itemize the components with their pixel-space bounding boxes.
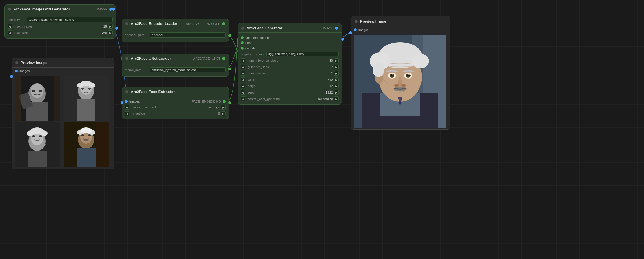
num-inference-steps-value: 30	[321, 59, 333, 62]
preview-large-images-label: images	[358, 28, 368, 32]
height-label: height	[248, 84, 320, 88]
generator-title: Arc2Face Generator	[247, 26, 282, 30]
num-inference-steps-increment[interactable]: ▶	[334, 58, 339, 63]
svg-point-52	[373, 63, 384, 77]
unet-port-label: ARC2FACE_UNET	[193, 57, 220, 60]
svg-point-25	[39, 135, 42, 137]
face-embedding-port-row: face_embedding	[238, 35, 342, 40]
generator-dot	[241, 27, 244, 30]
directory-row: directory C:\Users\Caleb\Downloads\einst	[5, 16, 116, 23]
directory-label: directory	[8, 18, 25, 21]
n-outliers-label: n_outliers	[132, 112, 207, 115]
n-outliers-row: ◀ n_outliers 0 ▶	[122, 110, 229, 117]
face-extractor-dot	[125, 90, 128, 93]
unet-loader-header: Arc2Face UNet Loader ARC2FACE_UNET	[122, 54, 229, 63]
height-increment[interactable]: ▶	[334, 84, 339, 88]
preview-image-small-node: Preview Image images	[12, 58, 114, 169]
face-extractor-title: Arc2Face Face Extractor	[131, 90, 175, 94]
seed-decrement[interactable]: ◀	[241, 90, 245, 95]
num-inference-steps-decrement[interactable]: ◀	[241, 58, 245, 63]
control-after-generate-increment[interactable]: ▶	[334, 96, 339, 101]
face-embedding-dot	[223, 100, 226, 103]
max-images-increment[interactable]: ▶	[108, 24, 113, 29]
preview-small-images-dot	[15, 70, 18, 72]
width-label: width	[248, 78, 320, 81]
svg-point-5	[32, 90, 35, 92]
guidance-scale-increment[interactable]: ▶	[334, 65, 339, 69]
num-images-decrement[interactable]: ◀	[241, 71, 245, 76]
preview-large-image	[354, 35, 446, 128]
svg-point-36	[88, 134, 91, 136]
max-images-row: ◀ max_images 16 ▶	[5, 23, 116, 30]
svg-rect-38	[77, 148, 96, 167]
encoder-loader-node: Arc2Face Encoder Loader ARC2FACE_ENCODER…	[122, 19, 229, 42]
seed-increment[interactable]: ▶	[334, 90, 339, 95]
svg-point-62	[401, 84, 406, 87]
height-row: ◀ height 512 ▶	[238, 83, 342, 89]
svg-rect-12	[77, 99, 95, 121]
model-path-row: model_path diffusion_pytorch_model.safet…	[122, 65, 229, 74]
encoder-loader-body: encoder_path encoder	[122, 28, 229, 42]
svg-point-61	[394, 84, 399, 87]
max-size-increment[interactable]: ▶	[108, 30, 113, 35]
negative-prompt-input[interactable]: ugly, deformed, noisy, blurry,	[266, 52, 339, 56]
face-extractor-images-connector	[121, 101, 123, 104]
width-decrement[interactable]: ◀	[241, 77, 245, 82]
node-status-dot	[8, 8, 11, 11]
height-value: 512	[321, 84, 333, 88]
svg-point-24	[32, 135, 35, 137]
image-port-dot	[109, 8, 112, 11]
generator-output-connector	[341, 38, 344, 41]
directory-input[interactable]: C:\Users\Caleb\Downloads\einst	[27, 17, 113, 22]
face-extractor-images-row: images FACE_EMBEDDING	[122, 99, 229, 104]
encoder-path-value[interactable]: encoder	[150, 32, 226, 38]
preview-small-status-dot	[15, 61, 18, 64]
num-inference-steps-row: ◀ num_inference_steps 30 ▶	[238, 57, 342, 64]
preview-large-status-dot	[355, 20, 358, 23]
max-images-decrement[interactable]: ◀	[8, 24, 12, 29]
svg-point-6	[39, 90, 42, 92]
grid-image-4	[64, 122, 109, 167]
encoder-input-label: encoder	[245, 46, 257, 50]
unet-port-dot	[222, 57, 225, 60]
seed-value: 1722	[321, 91, 333, 94]
preview-large-images-connector	[349, 31, 352, 34]
image-grid-output-connector	[115, 27, 118, 30]
width-row: ◀ width 512 ▶	[238, 76, 342, 83]
max-size-row: ◀ max_size 768 ▶	[5, 30, 116, 36]
svg-point-37	[83, 139, 89, 141]
guidance-scale-value: 2.7	[321, 65, 333, 69]
control-after-generate-decrement[interactable]: ◀	[241, 96, 245, 101]
face-extractor-images-dot	[125, 100, 128, 103]
guidance-scale-decrement[interactable]: ◀	[241, 65, 245, 69]
average-method-increment[interactable]: ▶	[221, 105, 226, 110]
guidance-scale-label: guidance_scale	[248, 65, 320, 69]
num-images-increment[interactable]: ▶	[334, 71, 339, 76]
svg-point-17	[88, 88, 91, 90]
face-extractor-images-label: images	[129, 100, 140, 103]
width-value: 512	[321, 78, 333, 81]
max-images-label: max_images	[14, 25, 94, 28]
width-increment[interactable]: ▶	[334, 77, 339, 82]
max-size-value: 768	[95, 31, 107, 34]
model-path-value[interactable]: diffusion_pytorch_model.safete	[150, 67, 226, 72]
svg-rect-26	[28, 151, 47, 167]
unet-port-row: unet	[238, 40, 342, 45]
control-after-generate-row: ◀ control_after_generate randomize ▶	[238, 96, 342, 102]
max-images-value: 16	[95, 25, 107, 28]
height-decrement[interactable]: ◀	[241, 84, 245, 88]
n-outliers-increment[interactable]: ▶	[221, 111, 226, 116]
preview-small-header: Preview Image	[12, 58, 114, 68]
average-method-value: average	[208, 105, 220, 109]
unet-loader-dot	[125, 57, 128, 60]
face-extractor-node: Arc2Face Face Extractor images FACE_EMBE…	[122, 87, 229, 119]
n-outliers-decrement[interactable]: ◀	[125, 111, 129, 116]
average-method-decrement[interactable]: ◀	[125, 105, 129, 110]
max-size-decrement[interactable]: ◀	[8, 30, 12, 35]
grid-image-1	[15, 76, 60, 121]
grid-image-2	[64, 76, 109, 121]
num-inference-steps-label: num_inference_steps	[248, 59, 320, 62]
image-port-label: IMAGE	[97, 8, 107, 11]
unet-loader-node: Arc2Face UNet Loader ARC2FACE_UNET model…	[122, 54, 229, 77]
grid-image-3	[15, 122, 60, 167]
